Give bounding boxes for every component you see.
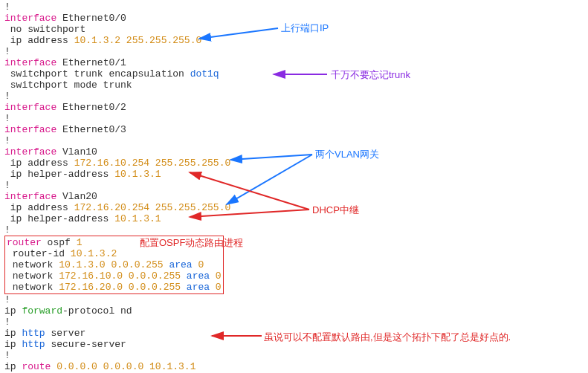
code-line: ip forward-protocol nd xyxy=(4,305,584,317)
code-line: network 10.1.3.0 0.0.0.255 area 0 xyxy=(7,259,222,270)
annotation-trunk: 千万不要忘记trunk xyxy=(331,69,410,80)
code-line: network 172.16.20.0 0.0.0.255 area 0 xyxy=(7,282,222,293)
code-line: ! xyxy=(4,135,584,146)
annotation-dhcp-relay: DHCP中继 xyxy=(312,204,359,215)
code-line-interface-eth02: interface Ethernet0/2 xyxy=(4,102,584,113)
annotation-ospf-box-label: 配置OSPF动态路由进程 xyxy=(140,237,243,248)
code-line: router-id 10.1.3.2 xyxy=(7,248,222,259)
code-line-interface-eth03: interface Ethernet0/3 xyxy=(4,124,584,135)
code-line: ! xyxy=(4,350,584,361)
code-line: ! xyxy=(4,294,584,305)
annotation-default-route: 虽说可以不配置默认路由,但是这个拓扑下配了总是好点的. xyxy=(264,331,511,343)
code-line-vlan10-ip: ip address 172.16.10.254 255.255.255.0 xyxy=(4,158,584,169)
code-line-uplink-ip: ip address 10.1.3.2 255.255.255.0 xyxy=(4,35,584,46)
code-line-interface-eth01: interface Ethernet0/1 xyxy=(4,57,584,68)
code-line: network 172.16.10.0 0.0.0.255 area 0 xyxy=(7,270,222,282)
code-line: ! xyxy=(4,224,584,236)
code-line-trunk-encap: switchport trunk encapsulation dot1q xyxy=(4,68,584,80)
code-line: ! xyxy=(4,91,584,102)
code-line-vlan20-helper: ip helper-address 10.1.3.1 xyxy=(4,213,584,224)
code-line-vlan10-helper: ip helper-address 10.1.3.1 xyxy=(4,169,584,180)
code-line-vlan20-ip: ip address 172.16.20.254 255.255.255.0 xyxy=(4,202,584,213)
code-line-interface-vlan10: interface Vlan10 xyxy=(4,146,584,158)
code-line: switchport mode trunk xyxy=(4,80,584,91)
code-line: ! xyxy=(4,180,584,191)
code-line-interface-vlan20: interface Vlan20 xyxy=(4,191,584,202)
code-line: ! xyxy=(4,46,584,57)
annotation-uplink-ip: 上行端口IP xyxy=(281,22,329,33)
code-line: ! xyxy=(4,317,584,328)
annotation-vlan-gateways: 两个VLAN网关 xyxy=(315,149,379,160)
code-line: ! xyxy=(4,1,584,13)
code-line-default-route: ip route 0.0.0.0 0.0.0.0 10.1.3.1 xyxy=(4,361,584,372)
code-line: ! xyxy=(4,113,584,124)
